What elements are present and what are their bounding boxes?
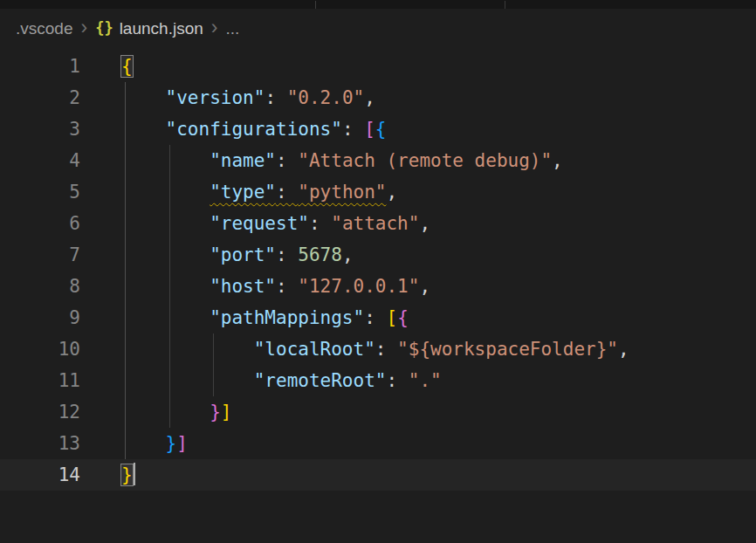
line-number[interactable]: 2 xyxy=(0,82,80,113)
token-number: 5678 xyxy=(298,244,342,265)
line-content: "version": "0.2.0", xyxy=(121,82,756,113)
line-number[interactable]: 13 xyxy=(0,428,80,459)
token-string: "attach" xyxy=(331,213,419,234)
token-punct: , xyxy=(419,213,430,234)
token-b3: { xyxy=(375,119,387,140)
token-key: "request" xyxy=(210,213,309,234)
token-punct: : xyxy=(375,339,397,360)
code-line[interactable]: 11 "remoteRoot": "." xyxy=(0,365,756,396)
line-content: }] xyxy=(121,396,756,428)
indent-guide xyxy=(125,428,126,459)
token-key: "port" xyxy=(210,244,276,265)
line-number[interactable]: 3 xyxy=(0,113,80,145)
token-punct: , xyxy=(552,150,563,171)
indent-guide xyxy=(125,176,126,208)
token-ws xyxy=(121,87,166,108)
code-line[interactable]: 3 "configurations": [{ xyxy=(0,113,756,145)
token-key: "type" xyxy=(210,182,276,203)
indent-guide xyxy=(169,145,170,176)
tab-bar xyxy=(0,0,756,9)
token-b1: ] xyxy=(221,402,232,423)
line-content: "configurations": [{ xyxy=(121,113,756,145)
token-punct: , xyxy=(419,276,430,297)
token-b1: { xyxy=(121,56,133,77)
token-key: "localRoot" xyxy=(254,339,375,360)
line-number[interactable]: 5 xyxy=(0,176,80,208)
indent-guide xyxy=(169,365,170,396)
token-ws xyxy=(121,433,166,454)
line-content: "localRoot": "${workspaceFolder}", xyxy=(121,333,756,365)
token-punct: : xyxy=(276,150,298,171)
breadcrumb: .vscode › {} launch.json › ... xyxy=(0,9,756,49)
token-b1: [ xyxy=(386,307,397,328)
code-line[interactable]: 9 "pathMappings": [{ xyxy=(0,302,756,333)
token-ws xyxy=(121,150,210,171)
code-line[interactable]: 8 "host": "127.0.0.1", xyxy=(0,271,756,302)
token-ws xyxy=(121,370,254,391)
line-number[interactable]: 14 xyxy=(0,459,80,491)
code-line[interactable]: 10 "localRoot": "${workspaceFolder}", xyxy=(0,333,756,365)
line-number[interactable]: 12 xyxy=(0,396,80,428)
line-number[interactable]: 8 xyxy=(0,271,80,302)
code-line[interactable]: 1{ xyxy=(0,51,756,82)
breadcrumb-item-symbol[interactable]: ... xyxy=(225,19,239,38)
chevron-right-icon: › xyxy=(211,17,218,38)
indent-guide xyxy=(169,333,170,365)
code-line[interactable]: 4 "name": "Attach (remote debug)", xyxy=(0,145,756,176)
line-content: "name": "Attach (remote debug)", xyxy=(121,145,756,176)
token-string: "127.0.0.1" xyxy=(298,276,419,297)
code-line[interactable]: 5 "type": "python", xyxy=(0,176,756,208)
line-number[interactable]: 4 xyxy=(0,145,80,176)
json-file-icon: {} xyxy=(95,19,113,37)
indent-guide xyxy=(125,365,126,396)
tab-separator xyxy=(505,1,505,9)
line-number[interactable]: 6 xyxy=(0,208,80,239)
token-b2: } xyxy=(210,402,221,423)
line-content: "port": 5678, xyxy=(121,239,756,271)
token-punct: : xyxy=(364,307,386,328)
token-b2: { xyxy=(397,307,409,328)
token-string: "${workspaceFolder}" xyxy=(397,339,618,360)
indent-guide xyxy=(125,271,126,302)
token-b1: } xyxy=(121,464,133,485)
token-punct: , xyxy=(364,87,375,108)
line-number[interactable]: 7 xyxy=(0,239,80,271)
token-punct: : xyxy=(386,370,408,391)
indent-guide xyxy=(125,239,126,271)
indent-guide xyxy=(169,239,170,271)
token-punct: , xyxy=(342,244,354,265)
code-line[interactable]: 14} xyxy=(0,459,756,491)
line-number[interactable]: 1 xyxy=(0,51,80,82)
token-string: "Attach (remote debug)" xyxy=(298,150,552,171)
indent-guide xyxy=(169,176,170,208)
code-line[interactable]: 2 "version": "0.2.0", xyxy=(0,82,756,113)
indent-guide xyxy=(213,333,214,365)
token-punct: : xyxy=(309,213,331,234)
code-line[interactable]: 13 }] xyxy=(0,428,756,459)
indent-guide xyxy=(125,302,126,333)
text-cursor xyxy=(134,463,135,485)
token-punct: : xyxy=(276,244,298,265)
token-ws xyxy=(121,402,210,423)
breadcrumb-item-file[interactable]: {} launch.json xyxy=(95,19,203,38)
code-line[interactable]: 7 "port": 5678, xyxy=(0,239,756,271)
token-b3: } xyxy=(166,433,177,454)
indent-guide xyxy=(125,333,126,365)
indent-guide xyxy=(125,82,126,113)
line-number[interactable]: 9 xyxy=(0,302,80,333)
token-string: "python" xyxy=(298,182,386,203)
code-line[interactable]: 6 "request": "attach", xyxy=(0,208,756,239)
token-punct: , xyxy=(386,182,397,203)
token-b2: ] xyxy=(176,433,188,454)
indent-guide xyxy=(125,145,126,176)
token-key: "remoteRoot" xyxy=(254,370,387,391)
breadcrumb-file-label: launch.json xyxy=(120,19,203,38)
line-number[interactable]: 11 xyxy=(0,365,80,396)
breadcrumb-item-folder[interactable]: .vscode xyxy=(16,19,72,38)
line-content: "host": "127.0.0.1", xyxy=(121,271,756,302)
code-line[interactable]: 12 }] xyxy=(0,396,756,428)
line-number[interactable]: 10 xyxy=(0,333,80,365)
token-string: "0.2.0" xyxy=(287,87,365,108)
token-ws xyxy=(121,276,210,297)
token-punct: : xyxy=(342,119,364,140)
